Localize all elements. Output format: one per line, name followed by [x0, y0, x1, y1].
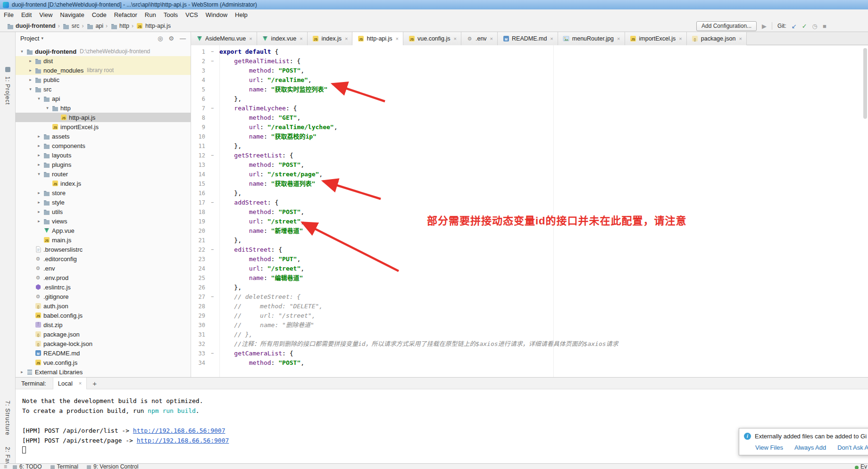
close-icon[interactable]: × — [454, 36, 457, 41]
tree-item-plugins[interactable]: ▸plugins — [16, 160, 191, 169]
tree-item-assets[interactable]: ▸assets — [16, 132, 191, 141]
git-update-icon[interactable]: ↙ — [792, 23, 797, 29]
run-icon[interactable]: ▶ — [762, 23, 767, 29]
stop-icon[interactable]: ■ — [823, 23, 826, 29]
breadcrumb-item-http-api.js[interactable]: JShttp-api.js — [134, 23, 172, 29]
fold-icon[interactable]: − — [209, 245, 216, 255]
fold-icon[interactable]: − — [209, 151, 216, 160]
tab-.env[interactable]: ⚙.env× — [461, 32, 498, 45]
chevron-down-icon[interactable]: ▾ — [35, 96, 42, 101]
tree-item-.env[interactable]: ⚙.env — [16, 263, 191, 273]
chevron-right-icon[interactable]: ▸ — [35, 134, 42, 139]
tool-windows-icon[interactable] — [5, 67, 10, 72]
tree-item-style[interactable]: ▸style — [16, 197, 191, 207]
chevron-down-icon[interactable]: ▾ — [35, 172, 42, 176]
tree-item-api[interactable]: ▾api — [16, 94, 191, 103]
terminal-link[interactable]: http://192.168.66.56:9007 — [133, 427, 225, 434]
breadcrumb-item-api[interactable]: api — [84, 23, 105, 29]
project-dropdown-caret[interactable]: ▾ — [41, 36, 43, 41]
breadcrumb-item-src[interactable]: src — [61, 23, 81, 29]
fold-icon[interactable]: − — [209, 57, 216, 66]
tree-item-auth.json[interactable]: {}auth.json — [16, 301, 191, 311]
statusbar-item-terminal[interactable]: Terminal — [50, 464, 78, 469]
tab-package.json[interactable]: {}package.json× — [687, 32, 747, 45]
chevron-down-icon[interactable]: ▾ — [44, 106, 51, 110]
statusbar-item-9-version-control[interactable]: 9: Version Control — [87, 464, 138, 469]
tree-item-http-api.js[interactable]: JShttp-api.js — [16, 113, 191, 122]
tree-item-src[interactable]: ▾src — [16, 84, 191, 94]
tree-item-node-modules[interactable]: ▸node_moduleslibrary root — [16, 66, 191, 75]
breadcrumb-item-duoji-frontend[interactable]: duoji-frontend — [5, 23, 57, 29]
close-icon[interactable]: × — [396, 36, 399, 41]
code-editor[interactable]: 1−export default {2− getRealTimeList: {3… — [191, 45, 868, 377]
chevron-right-icon[interactable]: ▸ — [35, 219, 42, 223]
editor-scrollbar[interactable] — [863, 48, 867, 119]
tab-readme.md[interactable]: MREADME.md× — [498, 32, 558, 45]
tree-item-store[interactable]: ▸store — [16, 188, 191, 197]
tree-item-package.json[interactable]: {}package.json — [16, 329, 191, 339]
tool-window-structure-button[interactable]: 7: Structure — [4, 401, 11, 436]
close-icon[interactable]: × — [679, 36, 682, 41]
tree-item-router[interactable]: ▾router — [16, 169, 191, 179]
close-icon[interactable]: × — [550, 36, 553, 41]
menu-tools[interactable]: Tools — [160, 11, 182, 18]
menu-edit[interactable]: Edit — [17, 11, 35, 18]
fold-icon[interactable]: − — [209, 198, 216, 207]
terminal-tab-close-icon[interactable]: × — [79, 380, 82, 386]
breadcrumb-item-http[interactable]: http — [108, 23, 131, 29]
close-icon[interactable]: × — [249, 36, 252, 41]
menu-run[interactable]: Run — [141, 11, 160, 18]
fold-icon[interactable]: − — [209, 349, 216, 358]
tree-item-duoji-frontend[interactable]: ▾duoji-frontendD:\zheheWeb\duoji-fronten… — [16, 47, 191, 56]
chevron-right-icon[interactable]: ▸ — [35, 190, 42, 195]
menu-file[interactable]: File — [0, 11, 17, 18]
notification-popup[interactable]: i Externally added files can be added to… — [739, 428, 868, 455]
tree-item-.env.prod[interactable]: ⚙.env.prod — [16, 273, 191, 282]
notification-action-view-files[interactable]: View Files — [755, 444, 783, 451]
chevron-right-icon[interactable]: ▸ — [35, 209, 42, 214]
fold-icon[interactable]: − — [209, 292, 216, 302]
chevron-right-icon[interactable]: ▸ — [18, 370, 25, 374]
tree-item-public[interactable]: ▸public — [16, 75, 191, 84]
tab-http-api.js[interactable]: JShttp-api.js× — [352, 32, 403, 45]
menu-vcs[interactable]: VCS — [182, 11, 202, 18]
notification-action-always-add[interactable]: Always Add — [794, 444, 826, 451]
tree-item-dist[interactable]: ▸dist — [16, 56, 191, 66]
tree-item-.browserslistrc[interactable]: .browserslistrc — [16, 245, 191, 254]
history-icon[interactable]: ◷ — [812, 23, 818, 29]
tree-item-package-lock.json[interactable]: {}package-lock.json — [16, 339, 191, 348]
tree-item-http[interactable]: ▾http — [16, 103, 191, 113]
chevron-down-icon[interactable]: ▾ — [27, 87, 34, 91]
tab-index.vue[interactable]: index.vue× — [257, 32, 308, 45]
tree-item-importexcel.js[interactable]: JSimportExcel.js — [16, 122, 191, 132]
tree-item-external-libraries[interactable]: ▸External Libraries — [16, 367, 191, 377]
tree-item-.editorconfig[interactable]: ⚙.editorconfig — [16, 254, 191, 263]
menu-help[interactable]: Help — [231, 11, 251, 18]
chevron-right-icon[interactable]: ▸ — [27, 58, 34, 63]
tree-item-.gitignore[interactable]: ⚙.gitignore — [16, 292, 191, 301]
close-icon[interactable]: × — [490, 36, 493, 41]
tree-item-layouts[interactable]: ▸layouts — [16, 150, 191, 160]
fold-icon[interactable]: − — [209, 104, 216, 113]
tab-menurouter.jpg[interactable]: menuRouter.jpg× — [558, 32, 625, 45]
tree-item-dist.zip[interactable]: dist.zip — [16, 320, 191, 329]
menu-view[interactable]: View — [35, 11, 56, 18]
tree-item-views[interactable]: ▸views — [16, 216, 191, 226]
menu-navigate[interactable]: Navigate — [56, 11, 88, 18]
tree-item-index.js[interactable]: JSindex.js — [16, 179, 191, 188]
chevron-right-icon[interactable]: ▸ — [35, 143, 42, 148]
tool-window-project-button[interactable]: 1: Project — [4, 76, 11, 105]
notification-action-don-t-ask-agai[interactable]: Don't Ask Agai — [837, 444, 868, 451]
locate-file-icon[interactable]: ◎ — [158, 35, 163, 42]
tab-asidemenu.vue[interactable]: AsideMenu.vue× — [191, 32, 257, 45]
chevron-right-icon[interactable]: ▸ — [27, 77, 34, 82]
hide-panel-icon[interactable]: — — [180, 35, 186, 42]
settings-gear-icon[interactable]: ⚙ — [168, 35, 174, 42]
menu-code[interactable]: Code — [88, 11, 110, 18]
terminal-link[interactable]: http://192.168.66.56:9007 — [137, 437, 229, 444]
tree-item-babel.config.js[interactable]: JSbabel.config.js — [16, 311, 191, 320]
close-icon[interactable]: × — [300, 36, 302, 41]
tree-item-utils[interactable]: ▸utils — [16, 207, 191, 216]
chevron-right-icon[interactable]: ▸ — [35, 162, 42, 167]
add-configuration-button[interactable]: Add Configuration... — [696, 21, 757, 31]
